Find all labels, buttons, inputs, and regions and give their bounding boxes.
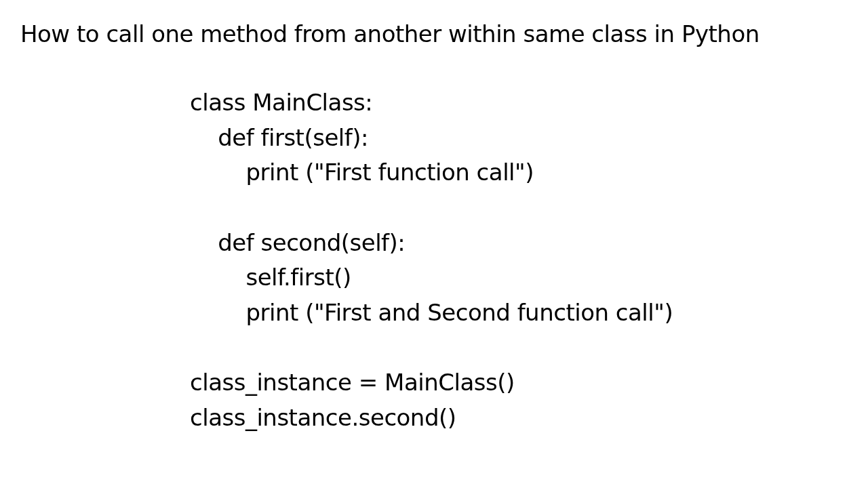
page-heading: How to call one method from another with…	[0, 0, 868, 47]
code-example: class MainClass: def first(self): print …	[0, 47, 868, 436]
